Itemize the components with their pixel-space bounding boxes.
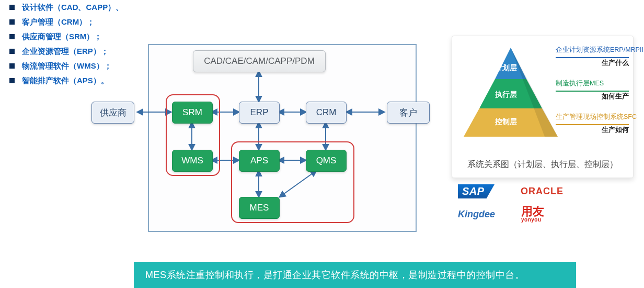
bullet-square-icon: [9, 34, 15, 39]
list-item: 客户管理（CRM）；: [9, 15, 140, 29]
logo-yonyou-cn: 用友: [521, 205, 544, 218]
pyramid-tier-2-label: 执行层: [495, 90, 517, 99]
bullet-square-icon: [9, 5, 15, 10]
legend-line-3: [556, 116, 629, 125]
list-item: 企业资源管理（ERP）；: [9, 44, 140, 59]
list-item-label: 物流管理软件（WMS）；: [22, 61, 112, 71]
node-mes: MES: [239, 197, 280, 219]
list-item-label: 客户管理（CRM）；: [22, 17, 95, 27]
list-item: 智能排产软件（APS）。: [9, 73, 140, 88]
list-item-label: 企业资源管理（ERP）；: [22, 47, 109, 57]
legend-mes-bottom: 如何生产: [602, 92, 629, 101]
legend-erp-bottom: 生产什么: [602, 58, 629, 68]
bullet-square-icon: [9, 78, 15, 83]
node-qms: QMS: [306, 150, 347, 172]
logos-area: SAP ORACLE Kingdee 用友 yonyou: [458, 184, 630, 230]
node-aps: APS: [239, 150, 280, 172]
bullet-list: 设计软件（CAD、CAPP）、 客户管理（CRM）； 供应商管理（SRM）； 企…: [9, 0, 140, 88]
legend-line-2: [556, 82, 629, 92]
node-wms: WMS: [172, 150, 213, 172]
systems-diagram: CAD/CAE/CAM/CAPP/PDM SRM ERP CRM WMS APS…: [148, 44, 417, 232]
logo-yonyou: 用友 yonyou: [521, 206, 544, 223]
logo-oracle: ORACLE: [521, 186, 564, 197]
bottom-banner: MES系统注重控制和执行，是打通企业其它软件系统的中枢，是制造过程中的控制中台。: [134, 262, 576, 288]
list-item-label: 供应商管理（SRM）；: [22, 32, 102, 42]
pyramid-tier-3-label: 控制层: [495, 117, 517, 127]
node-crm: CRM: [306, 102, 347, 124]
pyramid-panel: 计划层 执行层 控制层 企业计划资源系统ERP/MRPII 生产什么 制造执行层…: [452, 36, 634, 178]
node-customer: 客户: [387, 102, 430, 124]
node-srm: SRM: [172, 102, 213, 124]
slide: 设计软件（CAD、CAPP）、 客户管理（CRM）； 供应商管理（SRM）； 企…: [0, 0, 644, 288]
list-item: 供应商管理（SRM）；: [9, 29, 140, 44]
pyramid-tier-1-label: 计划层: [495, 63, 517, 73]
bullet-square-icon: [9, 49, 15, 54]
bullet-square-icon: [9, 63, 15, 69]
bullet-square-icon: [9, 19, 15, 25]
logo-kingdee: Kingdee: [458, 209, 495, 220]
logo-sap: SAP: [458, 184, 494, 198]
pyramid-caption: 系统关系图（计划层、执行层、控制层）: [452, 159, 633, 170]
list-item: 设计软件（CAD、CAPP）、: [9, 0, 140, 15]
legend-line-1: [556, 49, 629, 58]
list-item-label: 设计软件（CAD、CAPP）、: [22, 3, 123, 13]
logo-yonyou-en: yonyou: [521, 217, 544, 223]
node-erp: ERP: [239, 102, 280, 124]
legend-sfc-bottom: 生产如何: [602, 125, 629, 135]
node-supplier: 供应商: [91, 102, 134, 124]
list-item: 物流管理软件（WMS）；: [9, 59, 140, 73]
list-item-label: 智能排产软件（APS）。: [22, 76, 109, 86]
node-cad-cae-cam-capp-pdm: CAD/CAE/CAM/CAPP/PDM: [193, 50, 326, 72]
